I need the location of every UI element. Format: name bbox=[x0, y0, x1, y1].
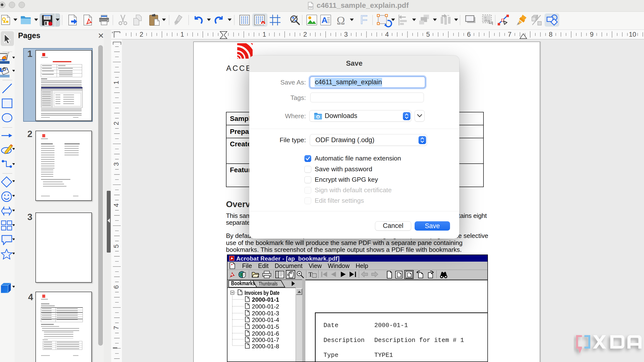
svg-text:2: 2 bbox=[113, 122, 120, 125]
svg-text:1: 1 bbox=[113, 80, 120, 84]
svg-text:10: 10 bbox=[629, 31, 636, 38]
svg-text:1: 1 bbox=[180, 31, 184, 38]
svg-text:T: T bbox=[308, 271, 312, 278]
svg-text:5: 5 bbox=[426, 31, 430, 38]
svg-text:8: 8 bbox=[549, 31, 552, 38]
svg-text:6: 6 bbox=[467, 31, 470, 38]
svg-text:4: 4 bbox=[385, 31, 389, 38]
svg-text:4: 4 bbox=[113, 203, 120, 207]
svg-text:9: 9 bbox=[590, 31, 594, 38]
svg-text:2: 2 bbox=[303, 31, 307, 38]
svg-text:3: 3 bbox=[113, 162, 120, 166]
svg-text:7: 7 bbox=[113, 326, 120, 330]
svg-text:2: 2 bbox=[140, 31, 143, 38]
svg-text:5: 5 bbox=[113, 244, 120, 248]
svg-text:3: 3 bbox=[344, 31, 348, 38]
svg-text:7: 7 bbox=[508, 31, 511, 38]
svg-text:6: 6 bbox=[113, 285, 120, 289]
svg-text:1: 1 bbox=[262, 31, 266, 38]
